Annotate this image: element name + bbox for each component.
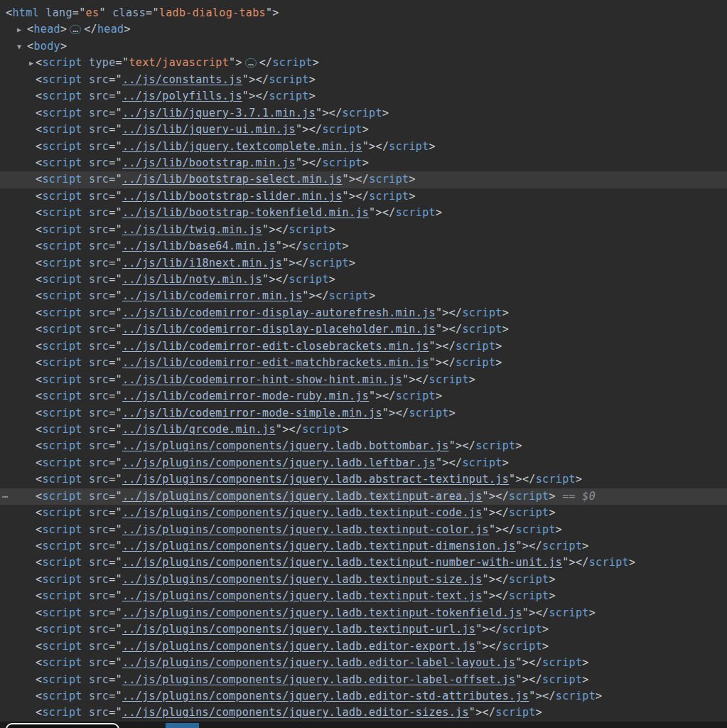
dom-tree-row[interactable]: ▶<head>…</head> xyxy=(0,21,727,38)
script-src-link[interactable]: ../js/plugins/components/jquery.ladb.lef… xyxy=(122,456,436,469)
script-src-link[interactable]: ../js/polyfills.js xyxy=(122,90,242,102)
dom-tree-row[interactable]: ▶<script type="text/javascript">…</scrip… xyxy=(0,55,727,71)
dom-tree-row[interactable]: <script src="../js/lib/jquery-ui.min.js"… xyxy=(0,122,727,138)
script-src-link[interactable]: ../js/lib/codemirror-mode-ruby.min.js xyxy=(122,390,369,402)
dom-tree-row[interactable]: <script src="../js/lib/codemirror-hint-s… xyxy=(0,372,727,388)
script-src-link[interactable]: ../js/plugins/components/jquery.ladb.tex… xyxy=(122,523,489,536)
script-src-link[interactable]: ../js/lib/jquery.textcomplete.min.js xyxy=(122,140,362,153)
taskbar-active-app-indicator[interactable] xyxy=(166,723,199,728)
script-src-link[interactable]: ../js/lib/noty.min.js xyxy=(122,273,262,286)
script-src-link[interactable]: ../js/lib/codemirror-edit-matchbrackets.… xyxy=(122,356,429,369)
dom-tree-row[interactable]: <script src="../js/lib/jquery.textcomple… xyxy=(0,139,727,155)
dom-tree-row[interactable]: <script src="../js/lib/jquery-3.7.1.min.… xyxy=(0,105,727,122)
dom-tree-row[interactable]: <script src="../js/plugins/components/jq… xyxy=(0,638,727,655)
collapsed-content-ellipsis-badge[interactable]: … xyxy=(245,58,257,68)
dom-tree-row[interactable]: <script src="../js/plugins/components/jq… xyxy=(0,538,727,555)
dom-tree-row[interactable]: <script src="../js/lib/bootstrap.min.js"… xyxy=(0,155,727,171)
script-src-link[interactable]: ../js/plugins/components/jquery.ladb.tex… xyxy=(122,573,483,586)
attribute-equals-quote: =" xyxy=(109,107,122,119)
chevron-right-icon[interactable]: ▶ xyxy=(17,21,21,38)
script-src-link[interactable]: ../js/lib/codemirror-display-autorefresh… xyxy=(122,306,436,319)
dom-tree-row[interactable]: <script src="../js/plugins/components/jq… xyxy=(0,471,727,488)
script-src-link[interactable]: ../js/lib/codemirror-mode-simple.min.js xyxy=(122,407,382,419)
dom-tree-row[interactable]: <script src="../js/lib/qrcode.min.js"></… xyxy=(0,422,727,438)
script-src-link[interactable]: ../js/plugins/components/jquery.ladb.tex… xyxy=(122,490,483,503)
chevron-right-icon[interactable]: ▶ xyxy=(29,55,33,71)
script-src-link[interactable]: ../js/lib/jquery-3.7.1.min.js xyxy=(122,107,316,119)
dom-tree-row[interactable]: <script src="../js/plugins/components/jq… xyxy=(0,588,727,604)
script-src-link[interactable]: ../js/lib/bootstrap.min.js xyxy=(122,156,296,169)
dom-tree-row[interactable]: <script src="../js/lib/bootstrap-tokenfi… xyxy=(0,205,727,221)
script-src-link[interactable]: ../js/lib/bootstrap-slider.min.js xyxy=(122,190,343,203)
script-src-link[interactable]: ../js/plugins/components/jquery.ladb.abs… xyxy=(122,473,509,486)
attribute-equals-quote: =" xyxy=(109,640,122,653)
dom-tree-row[interactable]: <script src="../js/plugins/components/jq… xyxy=(0,672,727,688)
script-src-link[interactable]: ../js/plugins/components/jquery.ladb.edi… xyxy=(122,706,469,719)
script-src-link[interactable]: ../js/lib/qrcode.min.js xyxy=(122,423,276,436)
dom-tree-row[interactable]: <script src="../js/lib/codemirror-edit-c… xyxy=(0,338,727,355)
script-src-link[interactable]: ../js/constants.js xyxy=(122,73,242,86)
script-src-link[interactable]: ../js/plugins/components/jquery.ladb.tex… xyxy=(122,506,483,519)
dom-tree-row[interactable]: <script src="../js/lib/base64.min.js"></… xyxy=(0,238,727,255)
dom-tree-row[interactable]: <script src="../js/plugins/components/jq… xyxy=(0,522,727,538)
dom-tree-row[interactable]: <script src="../js/lib/bootstrap-slider.… xyxy=(0,188,727,205)
script-src-link[interactable]: ../js/lib/codemirror-hint-show-hint.min.… xyxy=(122,373,402,386)
attribute-name: src xyxy=(89,306,109,319)
dom-tree-row[interactable]: <script src="../js/plugins/components/jq… xyxy=(0,438,727,454)
dom-tree-row[interactable]: <script src="../js/plugins/components/jq… xyxy=(0,655,727,671)
script-src-link[interactable]: ../js/plugins/components/jquery.ladb.tex… xyxy=(122,540,515,552)
script-src-link[interactable]: ../js/lib/bootstrap-tokenfield.min.js xyxy=(122,206,369,219)
dom-tree-row[interactable]: <script src="../js/plugins/components/jq… xyxy=(0,621,727,638)
script-src-link[interactable]: ../js/plugins/components/jquery.ladb.bot… xyxy=(122,439,449,452)
attribute-name: src xyxy=(89,340,109,353)
closing-open-bracket: </ xyxy=(316,289,329,302)
dom-tree-row[interactable]: ⋯<script src="../js/plugins/components/j… xyxy=(0,488,727,505)
chevron-down-icon[interactable]: ▼ xyxy=(17,38,21,55)
script-src-link[interactable]: ../js/lib/codemirror.min.js xyxy=(122,289,302,302)
script-src-link[interactable]: ../js/plugins/components/jquery.ladb.edi… xyxy=(122,690,529,702)
dom-tree-row[interactable]: <script src="../js/lib/i18next.min.js"><… xyxy=(0,255,727,272)
row-overflow-dots-icon[interactable]: ⋯ xyxy=(2,488,9,505)
close-bracket: > xyxy=(436,356,442,369)
dom-tree-row[interactable]: ▼<body> xyxy=(0,38,727,55)
dom-tree-row[interactable]: <script src="../js/polyfills.js"></scrip… xyxy=(0,88,727,105)
script-src-link[interactable]: ../js/lib/i18next.min.js xyxy=(122,257,282,269)
dom-tree-row[interactable]: <script src="../js/constants.js"></scrip… xyxy=(0,72,727,88)
dom-tree-row[interactable]: <script src="../js/lib/codemirror.min.js… xyxy=(0,288,727,304)
dom-tree-row[interactable]: <script src="../js/lib/bootstrap-select.… xyxy=(0,171,727,188)
script-src-link[interactable]: ../js/plugins/components/jquery.ladb.tex… xyxy=(122,589,483,602)
dom-tree-row[interactable]: <html lang="es" class="ladb-dialog-tabs"… xyxy=(0,5,727,21)
taskbar-strip xyxy=(0,722,727,728)
dom-tree-row[interactable]: <script src="../js/plugins/components/jq… xyxy=(0,505,727,521)
space xyxy=(82,273,89,286)
dom-tree-row[interactable]: <script src="../js/plugins/components/jq… xyxy=(0,572,727,588)
dom-tree-row[interactable]: <script src="../js/lib/codemirror-displa… xyxy=(0,305,727,321)
script-src-link[interactable]: ../js/plugins/components/jquery.ladb.tex… xyxy=(122,606,522,619)
script-src-link[interactable]: ../js/plugins/components/jquery.ladb.edi… xyxy=(122,673,515,686)
dom-tree-row[interactable]: <script src="../js/lib/codemirror-displa… xyxy=(0,321,727,338)
dom-tree-row[interactable]: <script src="../js/lib/codemirror-edit-m… xyxy=(0,355,727,371)
dom-tree-row[interactable]: <script src="../js/plugins/components/jq… xyxy=(0,705,727,721)
script-src-link[interactable]: ../js/plugins/components/jquery.ladb.edi… xyxy=(122,656,515,669)
dom-tree-row[interactable]: <script src="../js/lib/twig.min.js"></sc… xyxy=(0,222,727,238)
script-src-link[interactable]: ../js/lib/base64.min.js xyxy=(122,240,276,252)
script-src-link[interactable]: ../js/lib/twig.min.js xyxy=(122,223,262,236)
script-src-link[interactable]: ../js/lib/codemirror-display-placeholder… xyxy=(122,323,436,336)
dom-tree-row[interactable]: <script src="../js/plugins/components/jq… xyxy=(0,688,727,705)
taskbar-search-box[interactable] xyxy=(6,723,119,728)
dom-tree-row[interactable]: <script src="../js/lib/noty.min.js"></sc… xyxy=(0,272,727,288)
script-src-link[interactable]: ../js/plugins/components/jquery.ladb.tex… xyxy=(122,556,562,569)
script-src-link[interactable]: ../js/lib/codemirror-edit-closebrackets.… xyxy=(122,340,429,353)
dom-tree-row[interactable]: <script src="../js/plugins/components/jq… xyxy=(0,555,727,571)
dom-tree-row[interactable]: <script src="../js/lib/codemirror-mode-s… xyxy=(0,405,727,422)
tag-name: script xyxy=(42,306,82,319)
dom-tree-row[interactable]: <script src="../js/plugins/components/jq… xyxy=(0,455,727,471)
script-src-link[interactable]: ../js/plugins/components/jquery.ladb.tex… xyxy=(122,623,475,636)
script-src-link[interactable]: ../js/lib/jquery-ui.min.js xyxy=(122,123,296,136)
tag-name: script xyxy=(42,373,82,386)
dom-tree-row[interactable]: <script src="../js/plugins/components/jq… xyxy=(0,605,727,621)
dom-tree-row[interactable]: <script src="../js/lib/codemirror-mode-r… xyxy=(0,388,727,405)
collapsed-content-ellipsis-badge[interactable]: … xyxy=(70,25,81,34)
script-src-link[interactable]: ../js/plugins/components/jquery.ladb.edi… xyxy=(122,640,475,653)
script-src-link[interactable]: ../js/lib/bootstrap-select.min.js xyxy=(122,173,343,186)
